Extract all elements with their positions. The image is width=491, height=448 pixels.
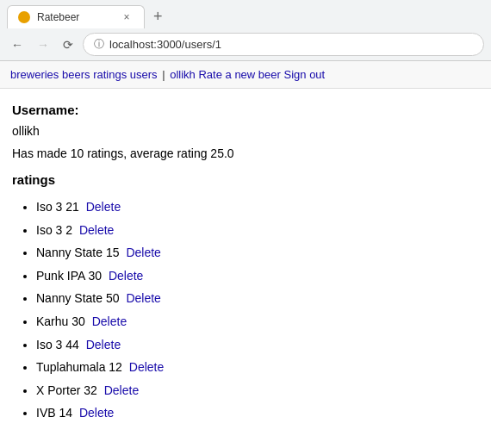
rating-text: Iso 3 44 bbox=[36, 338, 83, 352]
rating-text: Nanny State 50 bbox=[36, 291, 122, 305]
back-button[interactable]: ← bbox=[7, 36, 28, 53]
tab-title: Ratebeer bbox=[37, 11, 113, 23]
rating-text: Iso 3 21 bbox=[36, 200, 83, 214]
active-tab[interactable]: Ratebeer × bbox=[7, 5, 145, 28]
username-label: Username: bbox=[12, 103, 479, 117]
main-content: Username: ollikh Has made 10 ratings, av… bbox=[0, 89, 491, 439]
ratings-list: Iso 3 21 DeleteIso 3 2 DeleteNanny State… bbox=[12, 196, 479, 425]
rating-text: Tuplahumala 12 bbox=[36, 360, 126, 374]
nav-link-signout[interactable]: Sign out bbox=[284, 68, 326, 81]
new-tab-button[interactable]: + bbox=[148, 6, 168, 28]
delete-rating-link[interactable]: Delete bbox=[86, 200, 121, 214]
forward-button[interactable]: → bbox=[33, 36, 53, 53]
delete-rating-link[interactable]: Delete bbox=[129, 360, 164, 374]
rating-item: Punk IPA 30 Delete bbox=[36, 264, 479, 288]
footer-links: Edit this user | Back to users bbox=[0, 444, 491, 448]
delete-rating-link[interactable]: Delete bbox=[109, 269, 143, 283]
rating-text: Iso 3 2 bbox=[36, 223, 76, 237]
rating-item: Karhu 30 Delete bbox=[36, 310, 479, 333]
username-value: ollikh bbox=[12, 124, 479, 138]
delete-rating-link[interactable]: Delete bbox=[79, 223, 114, 237]
rating-item: Iso 3 44 Delete bbox=[36, 333, 479, 357]
address-bar-row: ← → ⟳ ⓘ localhost:3000/users/1 bbox=[0, 28, 491, 60]
rating-item: Nanny State 15 Delete bbox=[36, 241, 479, 264]
rating-text: Punk IPA 30 bbox=[36, 269, 105, 283]
nav-link-rate-beer[interactable]: Rate a new beer bbox=[198, 68, 280, 81]
nav-bar: breweries beers ratings users | ollikh R… bbox=[0, 61, 491, 89]
address-bar[interactable]: ⓘ localhost:3000/users/1 bbox=[83, 33, 484, 56]
rating-text: Karhu 30 bbox=[36, 314, 89, 328]
delete-rating-link[interactable]: Delete bbox=[86, 338, 121, 352]
rating-summary: Has made 10 ratings, average rating 25.0 bbox=[12, 146, 479, 160]
tab-favicon bbox=[18, 11, 30, 23]
rating-item: Tuplahumala 12 Delete bbox=[36, 356, 479, 379]
url-text: localhost:3000/users/1 bbox=[109, 38, 221, 51]
rating-item: Iso 3 21 Delete bbox=[36, 196, 479, 219]
nav-link-breweries[interactable]: breweries bbox=[10, 68, 59, 81]
nav-link-users[interactable]: users bbox=[130, 68, 158, 81]
delete-rating-link[interactable]: Delete bbox=[126, 246, 160, 259]
nav-separator: | bbox=[162, 68, 168, 81]
delete-rating-link[interactable]: Delete bbox=[79, 406, 114, 420]
rating-text: X Porter 32 bbox=[36, 383, 101, 397]
rating-item: IVB 14 Delete bbox=[36, 401, 479, 425]
delete-rating-link[interactable]: Delete bbox=[92, 314, 127, 328]
ratings-heading: ratings bbox=[12, 172, 479, 187]
tab-close-button[interactable]: × bbox=[120, 10, 134, 24]
rating-item: Nanny State 50 Delete bbox=[36, 287, 479, 310]
rating-item: Iso 3 2 Delete bbox=[36, 219, 479, 242]
browser-chrome: Ratebeer × + ← → ⟳ ⓘ localhost:3000/user… bbox=[0, 0, 491, 61]
nav-link-beers[interactable]: beers bbox=[62, 68, 90, 81]
delete-rating-link[interactable]: Delete bbox=[104, 383, 139, 397]
rating-text: Nanny State 15 bbox=[36, 246, 122, 259]
lock-icon: ⓘ bbox=[94, 37, 104, 52]
rating-text: IVB 14 bbox=[36, 406, 76, 420]
delete-rating-link[interactable]: Delete bbox=[126, 291, 160, 305]
nav-link-user[interactable]: ollikh bbox=[170, 68, 196, 81]
refresh-button[interactable]: ⟳ bbox=[59, 36, 78, 53]
rating-item: X Porter 32 Delete bbox=[36, 379, 479, 402]
tab-bar: Ratebeer × + bbox=[0, 0, 491, 28]
page-content: breweries beers ratings users | ollikh R… bbox=[0, 61, 491, 448]
nav-link-ratings[interactable]: ratings bbox=[93, 68, 127, 81]
